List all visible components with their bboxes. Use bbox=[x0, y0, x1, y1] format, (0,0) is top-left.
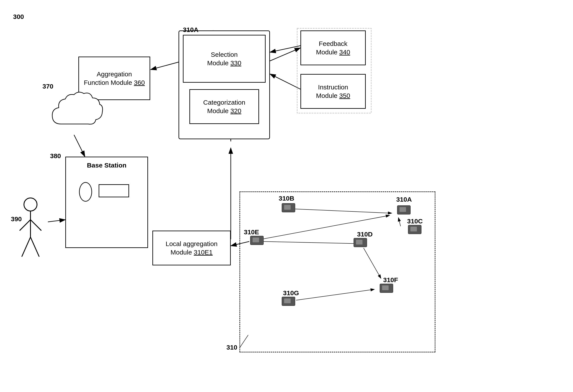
cloud-370 bbox=[48, 89, 105, 133]
instruction-text: Instruction Module 350 bbox=[316, 83, 350, 100]
device-310D bbox=[353, 237, 368, 248]
svg-point-22 bbox=[24, 198, 37, 211]
device-310B bbox=[281, 202, 296, 213]
ref-device-310B: 310B bbox=[279, 195, 294, 202]
svg-rect-31 bbox=[284, 205, 291, 210]
ref-380: 380 bbox=[50, 152, 61, 160]
base-station-box: Base Station bbox=[65, 157, 148, 248]
device-310C bbox=[407, 224, 422, 235]
devices-cluster-box bbox=[239, 191, 435, 352]
instruction-module-box: Instruction Module 350 bbox=[301, 74, 366, 109]
svg-line-25 bbox=[31, 220, 41, 231]
person-figure bbox=[13, 196, 48, 265]
feedback-module-box: Feedback Module 340 bbox=[301, 31, 366, 65]
device-310F bbox=[379, 283, 394, 294]
ref-device-310D: 310D bbox=[357, 231, 373, 238]
device-310A bbox=[396, 205, 412, 215]
svg-rect-37 bbox=[252, 238, 259, 242]
svg-rect-29 bbox=[399, 207, 406, 212]
ref-device-310A: 310A bbox=[396, 196, 412, 203]
bs-rect bbox=[99, 184, 129, 197]
categorization-module-box: Categorization Module 320 bbox=[189, 89, 259, 124]
ref-device-310G: 310G bbox=[283, 289, 299, 297]
selection-text: Selection Module 330 bbox=[207, 50, 241, 67]
ref-device-310C: 310C bbox=[407, 218, 423, 225]
ref-310: 310 bbox=[226, 344, 237, 351]
bs-circle bbox=[79, 182, 92, 202]
device-310E bbox=[249, 235, 265, 246]
svg-line-27 bbox=[31, 237, 39, 257]
local-aggregation-module-box: Local aggregation Module 310E1 bbox=[152, 231, 231, 265]
ref-370: 370 bbox=[42, 83, 53, 90]
svg-rect-39 bbox=[382, 285, 389, 290]
svg-line-7 bbox=[270, 48, 301, 61]
svg-line-5 bbox=[270, 74, 301, 89]
device-310G bbox=[281, 296, 296, 307]
ref-300: 300 bbox=[13, 13, 24, 20]
svg-line-24 bbox=[19, 220, 31, 231]
ref-310A: 310A bbox=[183, 26, 198, 34]
svg-rect-33 bbox=[410, 227, 417, 231]
ref-device-310F: 310F bbox=[383, 276, 398, 284]
svg-line-2 bbox=[151, 61, 183, 70]
aggregation-text: Aggregation Function Module 360 bbox=[84, 70, 145, 87]
ref-device-310E: 310E bbox=[244, 228, 259, 236]
svg-line-26 bbox=[22, 237, 31, 257]
svg-rect-41 bbox=[284, 298, 291, 303]
selection-module-box: Selection Module 330 bbox=[183, 35, 266, 83]
svg-line-4 bbox=[270, 46, 301, 52]
svg-rect-35 bbox=[356, 240, 362, 244]
feedback-text: Feedback Module 340 bbox=[316, 39, 350, 56]
svg-line-8 bbox=[74, 135, 85, 157]
svg-line-20 bbox=[48, 220, 65, 222]
local-text: Local aggregation Module 310E1 bbox=[166, 239, 218, 256]
base-station-title: Base Station bbox=[87, 162, 126, 169]
categorization-text: Categorization Module 320 bbox=[203, 98, 245, 115]
